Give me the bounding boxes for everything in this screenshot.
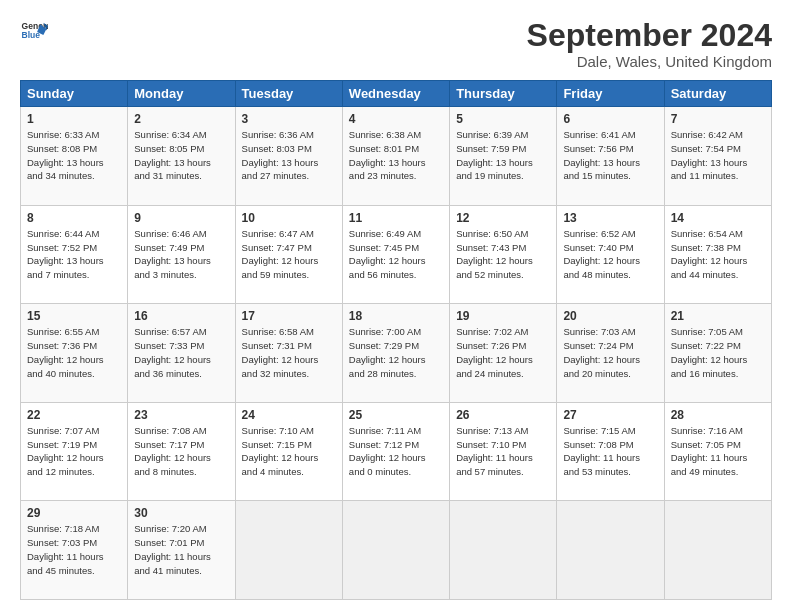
day-number: 3 — [242, 112, 336, 126]
header-day-saturday: Saturday — [664, 81, 771, 107]
day-number: 11 — [349, 211, 443, 225]
day-info: Sunrise: 7:02 AMSunset: 7:26 PMDaylight:… — [456, 325, 550, 380]
week-row-5: 29Sunrise: 7:18 AMSunset: 7:03 PMDayligh… — [21, 501, 772, 600]
calendar-cell: 8Sunrise: 6:44 AMSunset: 7:52 PMDaylight… — [21, 205, 128, 304]
calendar-cell: 14Sunrise: 6:54 AMSunset: 7:38 PMDayligh… — [664, 205, 771, 304]
header-day-sunday: Sunday — [21, 81, 128, 107]
day-number: 7 — [671, 112, 765, 126]
header-day-thursday: Thursday — [450, 81, 557, 107]
day-info: Sunrise: 6:50 AMSunset: 7:43 PMDaylight:… — [456, 227, 550, 282]
day-info: Sunrise: 6:49 AMSunset: 7:45 PMDaylight:… — [349, 227, 443, 282]
calendar-cell: 25Sunrise: 7:11 AMSunset: 7:12 PMDayligh… — [342, 402, 449, 501]
day-number: 14 — [671, 211, 765, 225]
calendar-cell: 7Sunrise: 6:42 AMSunset: 7:54 PMDaylight… — [664, 107, 771, 206]
day-number: 10 — [242, 211, 336, 225]
day-info: Sunrise: 6:46 AMSunset: 7:49 PMDaylight:… — [134, 227, 228, 282]
day-number: 24 — [242, 408, 336, 422]
day-number: 6 — [563, 112, 657, 126]
calendar-cell: 5Sunrise: 6:39 AMSunset: 7:59 PMDaylight… — [450, 107, 557, 206]
day-info: Sunrise: 6:44 AMSunset: 7:52 PMDaylight:… — [27, 227, 121, 282]
day-info: Sunrise: 6:36 AMSunset: 8:03 PMDaylight:… — [242, 128, 336, 183]
day-number: 26 — [456, 408, 550, 422]
day-number: 12 — [456, 211, 550, 225]
day-info: Sunrise: 6:38 AMSunset: 8:01 PMDaylight:… — [349, 128, 443, 183]
logo-icon: General Blue — [20, 18, 48, 46]
day-number: 22 — [27, 408, 121, 422]
calendar-cell: 11Sunrise: 6:49 AMSunset: 7:45 PMDayligh… — [342, 205, 449, 304]
day-info: Sunrise: 7:07 AMSunset: 7:19 PMDaylight:… — [27, 424, 121, 479]
day-number: 8 — [27, 211, 121, 225]
calendar-cell: 20Sunrise: 7:03 AMSunset: 7:24 PMDayligh… — [557, 304, 664, 403]
day-info: Sunrise: 7:00 AMSunset: 7:29 PMDaylight:… — [349, 325, 443, 380]
day-number: 25 — [349, 408, 443, 422]
day-number: 2 — [134, 112, 228, 126]
day-info: Sunrise: 6:33 AMSunset: 8:08 PMDaylight:… — [27, 128, 121, 183]
header-day-wednesday: Wednesday — [342, 81, 449, 107]
calendar-cell — [342, 501, 449, 600]
day-info: Sunrise: 6:57 AMSunset: 7:33 PMDaylight:… — [134, 325, 228, 380]
day-info: Sunrise: 6:52 AMSunset: 7:40 PMDaylight:… — [563, 227, 657, 282]
calendar-cell: 2Sunrise: 6:34 AMSunset: 8:05 PMDaylight… — [128, 107, 235, 206]
page: General Blue September 2024 Dale, Wales,… — [0, 0, 792, 612]
day-info: Sunrise: 6:39 AMSunset: 7:59 PMDaylight:… — [456, 128, 550, 183]
week-row-1: 1Sunrise: 6:33 AMSunset: 8:08 PMDaylight… — [21, 107, 772, 206]
calendar-cell: 6Sunrise: 6:41 AMSunset: 7:56 PMDaylight… — [557, 107, 664, 206]
day-info: Sunrise: 7:11 AMSunset: 7:12 PMDaylight:… — [349, 424, 443, 479]
day-info: Sunrise: 6:41 AMSunset: 7:56 PMDaylight:… — [563, 128, 657, 183]
calendar-cell: 17Sunrise: 6:58 AMSunset: 7:31 PMDayligh… — [235, 304, 342, 403]
day-number: 23 — [134, 408, 228, 422]
day-number: 21 — [671, 309, 765, 323]
week-row-2: 8Sunrise: 6:44 AMSunset: 7:52 PMDaylight… — [21, 205, 772, 304]
day-number: 15 — [27, 309, 121, 323]
day-info: Sunrise: 7:03 AMSunset: 7:24 PMDaylight:… — [563, 325, 657, 380]
calendar-cell: 24Sunrise: 7:10 AMSunset: 7:15 PMDayligh… — [235, 402, 342, 501]
calendar-cell — [235, 501, 342, 600]
calendar-cell — [664, 501, 771, 600]
day-info: Sunrise: 6:54 AMSunset: 7:38 PMDaylight:… — [671, 227, 765, 282]
day-info: Sunrise: 6:34 AMSunset: 8:05 PMDaylight:… — [134, 128, 228, 183]
day-info: Sunrise: 6:47 AMSunset: 7:47 PMDaylight:… — [242, 227, 336, 282]
week-row-4: 22Sunrise: 7:07 AMSunset: 7:19 PMDayligh… — [21, 402, 772, 501]
header-day-monday: Monday — [128, 81, 235, 107]
day-number: 17 — [242, 309, 336, 323]
header-day-tuesday: Tuesday — [235, 81, 342, 107]
day-info: Sunrise: 6:42 AMSunset: 7:54 PMDaylight:… — [671, 128, 765, 183]
title-block: September 2024 Dale, Wales, United Kingd… — [527, 18, 772, 70]
logo: General Blue — [20, 18, 48, 46]
calendar-cell: 1Sunrise: 6:33 AMSunset: 8:08 PMDaylight… — [21, 107, 128, 206]
calendar-cell: 28Sunrise: 7:16 AMSunset: 7:05 PMDayligh… — [664, 402, 771, 501]
day-info: Sunrise: 6:58 AMSunset: 7:31 PMDaylight:… — [242, 325, 336, 380]
day-number: 4 — [349, 112, 443, 126]
day-number: 30 — [134, 506, 228, 520]
calendar-body: 1Sunrise: 6:33 AMSunset: 8:08 PMDaylight… — [21, 107, 772, 600]
calendar-cell: 29Sunrise: 7:18 AMSunset: 7:03 PMDayligh… — [21, 501, 128, 600]
week-row-3: 15Sunrise: 6:55 AMSunset: 7:36 PMDayligh… — [21, 304, 772, 403]
day-number: 29 — [27, 506, 121, 520]
day-number: 20 — [563, 309, 657, 323]
header: General Blue September 2024 Dale, Wales,… — [20, 18, 772, 70]
day-number: 16 — [134, 309, 228, 323]
calendar-cell: 4Sunrise: 6:38 AMSunset: 8:01 PMDaylight… — [342, 107, 449, 206]
header-day-friday: Friday — [557, 81, 664, 107]
day-number: 28 — [671, 408, 765, 422]
day-number: 19 — [456, 309, 550, 323]
day-number: 27 — [563, 408, 657, 422]
calendar-cell: 10Sunrise: 6:47 AMSunset: 7:47 PMDayligh… — [235, 205, 342, 304]
day-info: Sunrise: 7:18 AMSunset: 7:03 PMDaylight:… — [27, 522, 121, 577]
calendar-table: SundayMondayTuesdayWednesdayThursdayFrid… — [20, 80, 772, 600]
calendar-cell: 9Sunrise: 6:46 AMSunset: 7:49 PMDaylight… — [128, 205, 235, 304]
subtitle: Dale, Wales, United Kingdom — [527, 53, 772, 70]
calendar-cell: 15Sunrise: 6:55 AMSunset: 7:36 PMDayligh… — [21, 304, 128, 403]
day-info: Sunrise: 7:08 AMSunset: 7:17 PMDaylight:… — [134, 424, 228, 479]
calendar-cell: 26Sunrise: 7:13 AMSunset: 7:10 PMDayligh… — [450, 402, 557, 501]
calendar-cell: 12Sunrise: 6:50 AMSunset: 7:43 PMDayligh… — [450, 205, 557, 304]
calendar-cell: 13Sunrise: 6:52 AMSunset: 7:40 PMDayligh… — [557, 205, 664, 304]
main-title: September 2024 — [527, 18, 772, 53]
calendar-header-row: SundayMondayTuesdayWednesdayThursdayFrid… — [21, 81, 772, 107]
day-info: Sunrise: 7:16 AMSunset: 7:05 PMDaylight:… — [671, 424, 765, 479]
calendar-cell: 27Sunrise: 7:15 AMSunset: 7:08 PMDayligh… — [557, 402, 664, 501]
day-number: 18 — [349, 309, 443, 323]
day-number: 5 — [456, 112, 550, 126]
calendar-cell: 30Sunrise: 7:20 AMSunset: 7:01 PMDayligh… — [128, 501, 235, 600]
calendar-cell: 16Sunrise: 6:57 AMSunset: 7:33 PMDayligh… — [128, 304, 235, 403]
